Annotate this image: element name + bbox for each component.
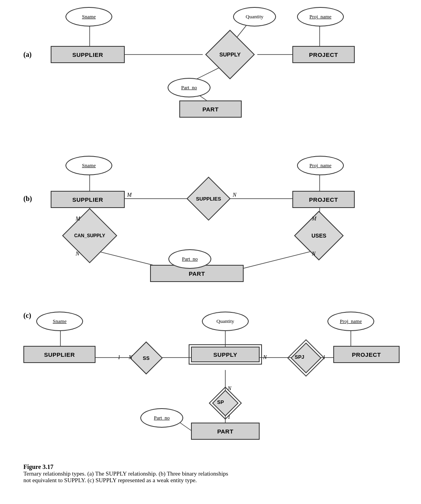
caption-title: Figure 3.17: [23, 463, 398, 471]
entity-supply-c: SUPPLY: [191, 347, 260, 362]
attr-partno-a: Part_no: [168, 78, 210, 97]
attr-quantity-a: Quantity: [233, 7, 276, 26]
attr-projname-b: Proj_name: [297, 156, 344, 175]
rel-spj-label-c: SPJ: [295, 354, 304, 360]
figure-caption: Figure 3.17 Ternary relationship types. …: [23, 463, 398, 492]
section-label-b: (b): [23, 195, 32, 203]
mult-m2-b: M: [76, 216, 80, 222]
entity-part-a: PART: [179, 100, 242, 118]
mult-m3-b: M: [312, 216, 317, 222]
caption-line2: not equivalent to SUPPLY. (c) SUPPLY rep…: [23, 477, 398, 484]
rel-sp-outer-c: [213, 391, 238, 416]
rel-supplies-b: SUPPLIES: [187, 186, 230, 211]
attr-projname-a: Proj_name: [297, 7, 344, 26]
section-label-c: (c): [23, 312, 31, 320]
rel-cansupply-b: CAN_SUPPLY: [60, 221, 119, 250]
svg-line-14: [242, 249, 320, 269]
mult-n3-b: N: [312, 251, 315, 257]
mult-nc-c: N: [228, 386, 231, 392]
entity-project-a: PROJECT: [292, 46, 355, 63]
entity-supplier-a: SUPPLIER: [51, 46, 125, 63]
entity-part-c: PART: [191, 423, 260, 440]
rel-uses-b: USES: [295, 221, 342, 250]
attr-sname-a: Sname: [65, 7, 112, 26]
mult-nb-c: N: [263, 354, 267, 361]
rel-supply-a: SUPPLY: [203, 41, 257, 68]
attr-partno-b: Part_no: [168, 249, 211, 269]
attr-quantity-c: Quantity: [202, 312, 249, 331]
attr-sname-c: Sname: [36, 312, 83, 331]
mult-1c-c: 1: [228, 414, 230, 420]
attr-projname-c: Proj_name: [327, 312, 374, 331]
mult-n2-b: N: [76, 251, 79, 257]
mult-na-c: N: [129, 354, 132, 361]
mult-1a-c: 1: [118, 354, 120, 361]
entity-supplier-c: SUPPLIER: [23, 346, 96, 363]
mult-m1-b: M: [127, 192, 132, 198]
section-label-a: (a): [23, 51, 32, 59]
attr-sname-b: Sname: [65, 156, 112, 175]
mult-1b-c: 1: [323, 354, 325, 361]
caption-line1: Ternary relationship types. (a) The SUPP…: [23, 471, 398, 477]
rel-sp-label-c: SP: [217, 399, 224, 405]
entity-project-b: PROJECT: [292, 191, 355, 208]
attr-partno-c: Part_no: [140, 408, 183, 428]
mult-n1-b: N: [233, 192, 236, 198]
entity-supplier-b: SUPPLIER: [51, 191, 125, 208]
rel-ss-c: SS: [133, 345, 160, 371]
entity-project-c: PROJECT: [333, 346, 400, 363]
